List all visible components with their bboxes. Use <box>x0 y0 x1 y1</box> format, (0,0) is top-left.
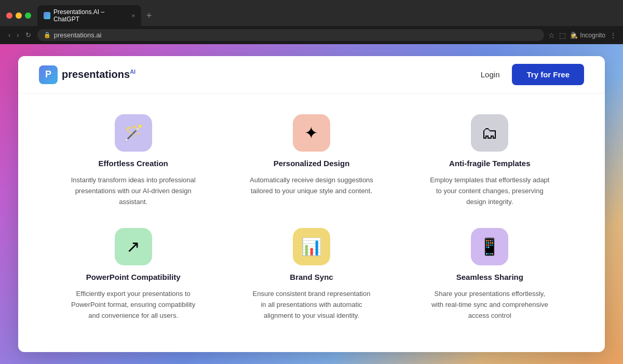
active-tab[interactable]: Presentations.AI – ChatGPT × <box>37 5 141 26</box>
feature-desc-effortless-creation: Instantly transform ideas into professio… <box>71 175 196 207</box>
tab-bar: Presentations.AI – ChatGPT × + <box>37 5 155 26</box>
logo-text: presentationsAI <box>62 69 136 80</box>
browser-chrome: Presentations.AI – ChatGPT × + ‹ › ↻ 🔒 p… <box>0 0 623 44</box>
tab-favicon <box>44 12 50 19</box>
feature-icon-powerpoint-compatibility: ↗ <box>115 228 152 265</box>
page-wrapper: P presentationsAI Login Try for Free 🪄 E… <box>0 44 623 364</box>
logo-name: presentations <box>62 69 130 80</box>
feature-icon-anti-fragile-templates: 🗂 <box>471 114 508 152</box>
features-grid: 🪄 Effortless Creation Instantly transfor… <box>49 114 574 321</box>
incognito-icon: 🕵 <box>570 32 578 39</box>
feature-card-effortless-creation: 🪄 Effortless Creation Instantly transfor… <box>49 114 217 207</box>
feature-title-effortless-creation: Effortless Creation <box>99 159 168 168</box>
feature-title-powerpoint-compatibility: PowerPoint Compatibility <box>86 273 181 281</box>
try-for-free-button[interactable]: Try for Free <box>512 64 584 85</box>
incognito-label: Incognito <box>580 32 605 39</box>
feature-desc-brand-sync: Ensure consistent brand representation i… <box>249 289 374 321</box>
logo: P presentationsAI <box>39 65 136 84</box>
feature-desc-anti-fragile-templates: Employ templates that effortlessly adapt… <box>427 175 552 207</box>
incognito-badge: 🕵 Incognito <box>570 32 605 39</box>
tab-close-button[interactable]: × <box>132 12 135 19</box>
reload-button[interactable]: ↻ <box>23 30 33 40</box>
minimize-traffic-light[interactable] <box>16 12 22 19</box>
bookmark-icon[interactable]: ☆ <box>548 31 555 39</box>
back-button[interactable]: ‹ <box>6 30 12 40</box>
feature-card-anti-fragile-templates: 🗂 Anti-fragile Templates Employ template… <box>406 114 574 207</box>
feature-title-brand-sync: Brand Sync <box>290 273 333 281</box>
address-bar-right: ☆ ⬚ 🕵 Incognito ⋮ <box>548 31 617 39</box>
nav-right: Login Try for Free <box>481 64 584 85</box>
menu-icon[interactable]: ⋮ <box>610 31 617 39</box>
feature-title-personalized-design: Personalized Design <box>274 159 350 168</box>
navbar: P presentationsAI Login Try for Free <box>18 56 605 93</box>
feature-card-seamless-sharing: 📱 Seamless Sharing Share your presentati… <box>406 228 574 321</box>
lock-icon: 🔒 <box>44 32 51 38</box>
new-tab-button[interactable]: + <box>143 9 155 22</box>
url-text: presentations.ai <box>54 31 102 39</box>
feature-icon-personalized-design: ✦ <box>293 114 330 152</box>
feature-icon-effortless-creation: 🪄 <box>115 114 152 152</box>
feature-card-powerpoint-compatibility: ↗ PowerPoint Compatibility Efficiently e… <box>49 228 217 321</box>
forward-button[interactable]: › <box>15 30 21 40</box>
features-section: 🪄 Effortless Creation Instantly transfor… <box>18 93 605 352</box>
feature-card-brand-sync: 📊 Brand Sync Ensure consistent brand rep… <box>227 228 395 321</box>
nav-buttons: ‹ › ↻ <box>6 30 33 40</box>
feature-desc-seamless-sharing: Share your presentations effortlessly, w… <box>427 289 552 321</box>
url-bar[interactable]: 🔒 presentations.ai <box>37 29 545 41</box>
logo-letter: P <box>45 69 51 80</box>
maximize-traffic-light[interactable] <box>25 12 31 19</box>
feature-icon-brand-sync: 📊 <box>293 228 330 265</box>
feature-title-anti-fragile-templates: Anti-fragile Templates <box>449 159 530 168</box>
tab-title: Presentations.AI – ChatGPT <box>53 8 127 23</box>
address-bar: ‹ › ↻ 🔒 presentations.ai ☆ ⬚ 🕵 Incognito… <box>0 26 623 44</box>
close-traffic-light[interactable] <box>6 12 12 19</box>
traffic-lights <box>6 12 31 19</box>
feature-icon-seamless-sharing: 📱 <box>471 228 508 265</box>
title-bar: Presentations.AI – ChatGPT × + <box>0 0 623 26</box>
feature-title-seamless-sharing: Seamless Sharing <box>456 273 523 281</box>
logo-icon: P <box>39 65 58 84</box>
page-container: P presentationsAI Login Try for Free 🪄 E… <box>18 56 605 352</box>
feature-card-personalized-design: ✦ Personalized Design Automatically rece… <box>227 114 395 207</box>
feature-desc-powerpoint-compatibility: Efficiently export your presentations to… <box>71 289 196 321</box>
login-button[interactable]: Login <box>481 70 500 79</box>
logo-ai-badge: AI <box>130 69 136 75</box>
extension-icon[interactable]: ⬚ <box>559 31 566 39</box>
feature-desc-personalized-design: Automatically receive design suggestions… <box>249 175 374 197</box>
